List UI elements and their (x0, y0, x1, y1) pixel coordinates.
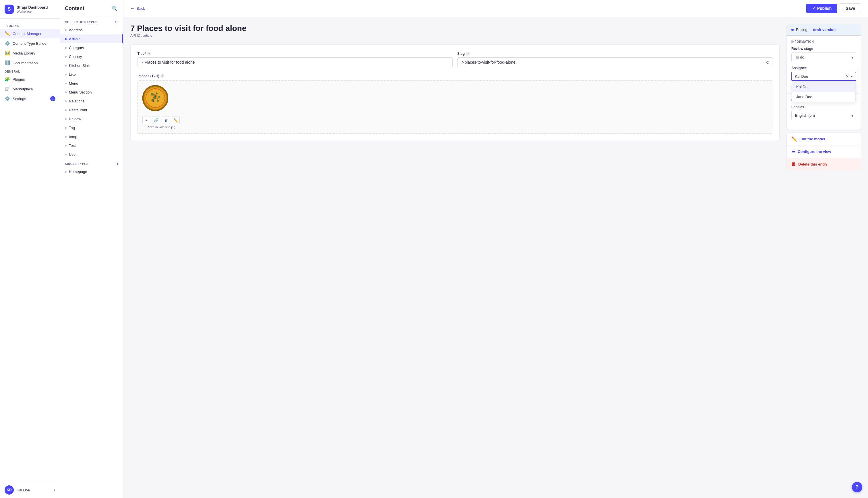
image-actions: + 🔗 🗑 ✏️ (142, 116, 180, 124)
search-button[interactable]: 🔍 (111, 4, 118, 12)
collection-type-category[interactable]: Category (60, 43, 123, 52)
sidebar-item-label: Plugins (13, 77, 25, 81)
title-input[interactable] (138, 57, 453, 67)
assignee-field: Assignee Kai Doe ✕ ▾ Kai Doe Jane Doe (791, 66, 856, 81)
dot-icon (65, 127, 67, 129)
collection-types-count: 15 (115, 21, 118, 24)
publish-button[interactable]: ✓ Publish (806, 4, 838, 13)
images-section: Images (1 / 1) ? (138, 74, 773, 134)
sidebar-item-settings[interactable]: ⚙️ Settings 1 (0, 94, 60, 104)
save-button[interactable]: Save (840, 3, 861, 13)
collection-type-menu-section[interactable]: Menu Section (60, 88, 123, 97)
dot-icon (65, 109, 67, 111)
help-button[interactable]: ? (852, 482, 862, 492)
middle-panel-title: Content (65, 5, 85, 12)
assignee-clear-button[interactable]: ✕ (846, 74, 849, 79)
svg-point-11 (157, 98, 158, 99)
collection-type-temp[interactable]: temp (60, 132, 123, 141)
avatar: KD (4, 485, 14, 495)
assignee-option-jane-doe[interactable]: Jane Doe (792, 92, 855, 102)
svg-point-8 (157, 100, 159, 102)
svg-point-13 (153, 101, 154, 102)
dot-icon (65, 145, 67, 147)
collection-type-like[interactable]: Like (60, 70, 123, 79)
dot-icon (65, 38, 67, 40)
dot-icon (65, 47, 67, 49)
collection-type-review[interactable]: Review (60, 115, 123, 123)
documentation-icon: ℹ️ (4, 60, 10, 65)
collection-type-kitchen-sink[interactable]: Kitchen Sink (60, 61, 123, 70)
sidebar-header: S Strapi Dashboard Workplace (0, 0, 60, 19)
sidebar-item-marketplace[interactable]: 🛒 Marketplace (0, 84, 60, 94)
title-label: Title* ? (138, 52, 453, 56)
dot-icon (65, 154, 67, 156)
svg-point-5 (156, 92, 158, 94)
assignee-input-wrapper[interactable]: Kai Doe ✕ ▾ Kai Doe Jane Doe (791, 72, 856, 81)
dot-icon (65, 83, 67, 84)
information-label: INFORMATION (791, 40, 856, 43)
dot-icon (65, 92, 67, 93)
collection-type-address[interactable]: Address (60, 26, 123, 35)
delete-entry-button[interactable]: 🗑 Delete this entry (787, 158, 861, 170)
svg-point-4 (151, 93, 154, 95)
slug-info-icon[interactable]: ? (466, 52, 470, 56)
sidebar-collapse-button[interactable]: ‹ (54, 487, 55, 493)
top-actions: ✓ Publish Save (806, 3, 861, 13)
title-info-icon[interactable]: ? (147, 52, 151, 56)
sidebar-item-content-type-builder[interactable]: ⚙️ Content-Type Builder (0, 38, 60, 48)
back-link[interactable]: ← Back (130, 6, 145, 11)
sidebar-nav: PLUGINS ✏️ Content Manager ⚙️ Content-Ty… (0, 19, 60, 482)
dot-icon (65, 65, 67, 67)
form-group-title: Title* ? (138, 52, 453, 67)
single-types-section: SINGLE TYPES 1 (60, 159, 123, 167)
collection-type-article[interactable]: Article (60, 35, 123, 43)
image-link-button[interactable]: 🔗 (152, 116, 160, 124)
image-add-button[interactable]: + (142, 116, 151, 124)
locales-label: Locales (791, 105, 856, 109)
marketplace-icon: 🛒 (4, 86, 10, 92)
dot-icon (65, 29, 67, 31)
back-arrow-icon: ← (130, 6, 135, 11)
pizza-image (142, 85, 168, 111)
image-upload-area: + 🔗 🗑 ✏️ Pizza in valencia.jpg (138, 80, 773, 134)
configure-view-button[interactable]: ☰ Configure the view (787, 145, 861, 158)
slug-input[interactable] (457, 57, 773, 67)
refresh-icon[interactable]: ↻ (766, 60, 769, 65)
image-delete-button[interactable]: 🗑 (162, 116, 170, 124)
actions-card: ✏️ Edit the model ☰ Configure the view 🗑… (787, 132, 861, 170)
assignee-chevron-icon[interactable]: ▾ (851, 74, 853, 79)
dot-icon (65, 118, 67, 120)
dot-icon (65, 136, 67, 138)
single-type-homepage[interactable]: Homepage (60, 167, 123, 176)
sidebar-item-documentation[interactable]: ℹ️ Documentation (0, 58, 60, 68)
review-stage-label: Review stage (791, 47, 856, 51)
strapi-logo: S (4, 4, 14, 14)
collection-type-test[interactable]: Test (60, 141, 123, 150)
locales-select[interactable]: English (en) (791, 111, 856, 120)
collection-type-restaurant[interactable]: Restaurant (60, 106, 123, 115)
locales-field: Locales English (en) ▾ (791, 105, 856, 120)
edit-model-button[interactable]: ✏️ Edit the model (787, 133, 861, 145)
draft-banner: Editing draft version (787, 24, 861, 36)
collection-type-tag[interactable]: Tag (60, 123, 123, 132)
assignee-value: Kai Doe (795, 74, 844, 79)
sidebar-item-plugins[interactable]: 🧩 Plugins (0, 74, 60, 84)
collection-type-user[interactable]: User (60, 150, 123, 159)
content-type-icon: ⚙️ (4, 41, 10, 46)
draft-dot-icon (791, 29, 794, 31)
assignee-option-kai-doe[interactable]: Kai Doe (792, 82, 855, 92)
sidebar-item-content-manager[interactable]: ✏️ Content Manager (0, 29, 60, 38)
dot-icon (65, 171, 67, 173)
review-stage-select[interactable]: To do (791, 52, 856, 62)
collection-type-menu[interactable]: Menu (60, 79, 123, 88)
images-label: Images (1 / 1) ? (138, 74, 773, 78)
images-info-icon[interactable]: ? (160, 74, 165, 78)
collection-type-country[interactable]: Country (60, 52, 123, 61)
sidebar-item-media-library[interactable]: 🖼️ Media Library (0, 48, 60, 58)
collection-type-relations[interactable]: Relations (60, 97, 123, 106)
image-edit-button[interactable]: ✏️ (172, 116, 180, 124)
middle-header: Content 🔍 (60, 0, 123, 17)
main-body: 7 Places to visit for food alone API ID … (124, 17, 868, 498)
image-container: + 🔗 🗑 ✏️ Pizza in valencia.jpg (142, 85, 180, 129)
content-card: Title* ? Slug ? ↻ (130, 44, 780, 141)
